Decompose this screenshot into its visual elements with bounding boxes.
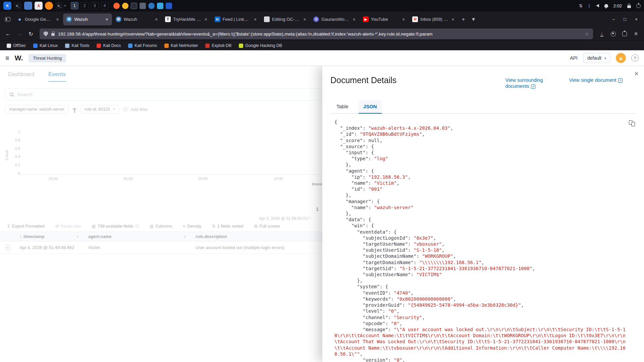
tab-close-icon[interactable]: ×	[253, 17, 257, 22]
power-icon[interactable]	[636, 4, 641, 8]
terminal-chooser-caret-icon[interactable]: ▾	[64, 4, 66, 7]
tab-close-icon[interactable]: ×	[204, 17, 208, 22]
browser-tab-google-gemini[interactable]: ◆Google Gemini×	[14, 13, 62, 25]
tab-events[interactable]: Events	[48, 71, 66, 82]
clock[interactable]: 2:02	[613, 3, 622, 8]
reload-button[interactable]: ↻	[25, 29, 36, 39]
workspace-4[interactable]: 4	[101, 2, 109, 9]
firefox-view-button[interactable]	[2, 14, 13, 25]
tab-dashboard[interactable]: Dashboard	[8, 71, 34, 82]
tab-close-icon[interactable]: ×	[55, 17, 59, 22]
bookmark-star-icon[interactable]: ☆	[585, 31, 589, 37]
terminal-icon[interactable]: >_	[14, 2, 22, 10]
account-button[interactable]	[608, 29, 619, 39]
forward-button[interactable]: →	[14, 29, 25, 39]
tab-close-icon[interactable]: ×	[154, 17, 158, 22]
bookmark-kali-forums[interactable]: Kali Forums	[125, 42, 160, 49]
vm-box-icon[interactable]	[131, 3, 137, 9]
network-icon[interactable]: ⇅	[579, 3, 583, 8]
bookmark-kali-linux[interactable]: Kali Linux	[31, 42, 60, 49]
toolbar-full-screen[interactable]: ⊞Full screen	[254, 224, 280, 229]
browser-tab-feed-linkedin[interactable]: inFeed | LinkedIn×	[212, 13, 260, 25]
browser-tab-gauravsworkspace[interactable]: GGauravsWorkspace×	[310, 13, 359, 25]
extensions-button[interactable]	[619, 29, 630, 39]
workspace-2[interactable]: 2	[81, 2, 89, 9]
help-icon[interactable]: ?	[631, 54, 639, 62]
tab-close-icon[interactable]: ×	[352, 17, 356, 22]
remove-filter-icon[interactable]: ×	[113, 107, 115, 112]
api-selector[interactable]: default ▾	[583, 53, 610, 63]
wazuh-logo[interactable]: W.	[15, 54, 23, 62]
browser-tab-tryhackme-dashb[interactable]: TTryHackMe | Dashb×	[162, 13, 211, 25]
filter-pill-rule-id[interactable]: rule.id: 60115 ×	[80, 105, 119, 114]
column-menu-icon[interactable]: ∨	[76, 235, 79, 238]
minimize-button[interactable]: –	[608, 17, 619, 22]
url-text[interactable]: 192.168.56.4/app/threat-hunting#/overvie…	[58, 32, 581, 37]
downloads-button[interactable]: ↓	[596, 29, 607, 39]
close-window-button[interactable]: ×	[631, 17, 642, 22]
browser-tab-inbox-859-gaura[interactable]: MInbox (859) - gaura×	[409, 13, 458, 25]
firefox-icon[interactable]	[45, 2, 53, 10]
workspace-3[interactable]: 3	[91, 2, 99, 9]
java-app-icon[interactable]	[122, 3, 128, 9]
filter-pill-manager-name[interactable]: manager.name: wazuh-server	[5, 105, 68, 114]
address-bar[interactable]: 192.168.56.4/app/threat-hunting#/overvie…	[40, 28, 593, 39]
maximize-button[interactable]: □	[619, 17, 631, 22]
browser-tab-wazuh[interactable]: WWazuh×	[63, 13, 112, 25]
close-flyout-icon[interactable]: ×	[634, 70, 639, 77]
column-menu-icon[interactable]: ∨	[184, 235, 186, 238]
bookmark-google-hacking-db[interactable]: Google Hacking DB	[236, 42, 285, 49]
lock-icon[interactable]	[627, 5, 631, 8]
blue-app-icon[interactable]	[166, 3, 172, 9]
toolbar-749-available-fields[interactable]: ▤749 available fieldsⓘ	[92, 224, 139, 229]
browser-tab-wazuh[interactable]: WWazuh×	[113, 13, 161, 25]
menu-toggle-icon[interactable]: ≡	[5, 54, 9, 62]
browser-tab-editing-oc-automa[interactable]: Editing OC-Automa×	[261, 13, 310, 25]
workspace-1[interactable]: 1	[71, 2, 78, 9]
tab-list-button[interactable]: ▾	[469, 16, 479, 23]
text-editor-icon[interactable]: A	[35, 2, 43, 10]
json-code[interactable]: { "_index": "wazuh-alerts-4.x-2026.04.03…	[330, 118, 636, 362]
tab-close-icon[interactable]: ×	[451, 17, 455, 22]
column-header-timestamp[interactable]: ↓timestamp∨	[17, 234, 86, 239]
breadcrumb[interactable]: Threat Hunting	[29, 54, 66, 62]
copy-icon[interactable]	[629, 120, 635, 127]
bookmark-offsec[interactable]: OffSec	[4, 42, 29, 49]
wireshark-icon[interactable]	[148, 3, 155, 9]
bluetooth-icon[interactable]: ᛒ	[588, 3, 591, 8]
filter-funnel-icon[interactable]	[72, 108, 76, 111]
screen-tool-icon[interactable]	[140, 3, 146, 9]
toolbar-export-formatted[interactable]: ↧Export Formatted	[7, 224, 45, 229]
bookmark-kali-nethunter[interactable]: Kali NetHunter	[162, 42, 201, 49]
bookmark-exploit-db[interactable]: Exploit-DB	[203, 42, 234, 49]
terminal-chooser-icon[interactable]: >_	[55, 2, 63, 10]
burpsuite-icon[interactable]	[113, 3, 120, 9]
volume-icon[interactable]	[596, 4, 599, 7]
column-header-agent-name[interactable]: agent.name∨	[86, 234, 193, 239]
notifications-icon[interactable]	[604, 4, 608, 7]
tab-close-icon[interactable]: ×	[303, 17, 307, 22]
kali-menu-icon[interactable]: K	[3, 2, 11, 10]
flyout-tab-json[interactable]: JSON	[359, 100, 382, 114]
expand-document-icon[interactable]: ▸	[5, 245, 11, 250]
toolbar-1-fields-sorted[interactable]: ⇅1 fields sorted	[212, 224, 244, 229]
menu-button[interactable]: ≡	[631, 29, 641, 39]
camera-tool-icon[interactable]	[157, 3, 163, 9]
padlock-icon[interactable]	[51, 33, 55, 36]
toolbar-columns[interactable]: ▥Columns	[150, 224, 172, 229]
toolbar-density[interactable]: ≡Density	[183, 224, 201, 229]
tab-close-icon[interactable]: ×	[401, 17, 406, 22]
back-button[interactable]: ←	[3, 29, 13, 39]
toolbar-reset-view[interactable]: ↺Reset view	[55, 224, 81, 229]
new-tab-button[interactable]: +	[459, 16, 469, 23]
file-manager-icon[interactable]	[24, 2, 32, 10]
user-avatar[interactable]: a	[616, 53, 626, 63]
tracking-protection-icon[interactable]	[44, 32, 48, 37]
view-single-document-link[interactable]: View single document↗	[569, 77, 623, 84]
bookmark-kali-docs[interactable]: Kali Docs	[94, 42, 123, 49]
add-filter-button[interactable]: + Add filter	[123, 107, 148, 112]
browser-tab-youtube[interactable]: ▶YouTube×	[360, 13, 409, 25]
flyout-tab-table[interactable]: Table	[335, 100, 350, 113]
bookmark-kali-tools[interactable]: Kali Tools	[62, 42, 92, 49]
view-surrounding-documents-link[interactable]: View surrounding documents↗	[505, 77, 559, 90]
